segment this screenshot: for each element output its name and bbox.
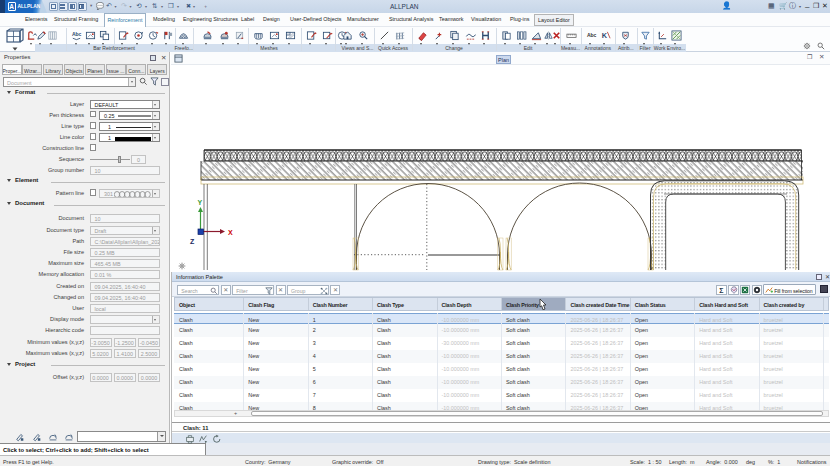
svg-text:X: X [228, 229, 233, 236]
svg-text:Z: Z [190, 238, 195, 245]
svg-text:K: K [601, 30, 607, 39]
svg-text:Abc: Abc [586, 31, 596, 37]
svg-text:Abc: Abc [72, 30, 82, 36]
svg-text:Y: Y [198, 199, 203, 206]
